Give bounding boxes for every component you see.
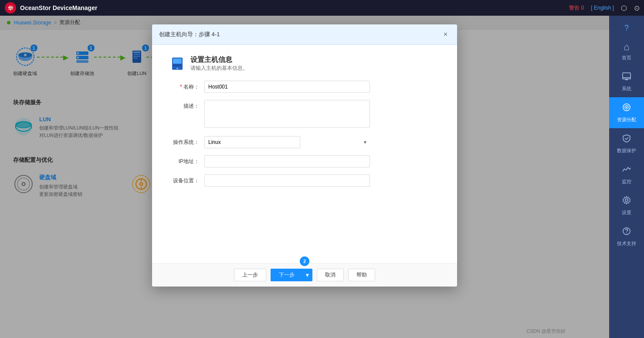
modal-title-area: 创建主机向导：步骤 4-1 [159,31,220,38]
os-control: Linux Windows AIX HP-UX Solaris VMware E… [204,136,370,148]
resources-nav-icon [622,102,631,112]
modal-body: 设置主机信息 请输入主机的基本信息。 名称： [152,45,457,263]
sidebar-item-tech-support[interactable]: 技术支持 [609,221,644,252]
svg-text:华: 华 [7,5,14,11]
modal-footer: 2 上一步 下一步 ▼ 取消 帮助 [152,263,457,287]
name-label: 名称： [169,81,204,91]
os-select-wrap: Linux Windows AIX HP-UX Solaris VMware E… [204,136,370,148]
tech-support-label: 技术支持 [617,240,636,247]
tech-support-nav-icon [622,226,631,236]
prev-step-button[interactable]: 上一步 [234,269,266,281]
user-icon[interactable]: ⊙ [634,4,640,12]
system-nav-icon [622,72,631,81]
data-protection-nav-icon [622,133,631,143]
next-step-wrap: 下一步 ▼ [271,269,313,281]
sidebar-item-resources[interactable]: 资源分配 [609,97,644,128]
export-icon[interactable]: ⬡ [621,4,627,12]
alert-badge[interactable]: 警告 0 [569,4,584,12]
name-input[interactable] [204,81,370,93]
sidebar-item-home[interactable]: ⌂ 首页 [609,36,644,66]
sidebar-item-data-protection[interactable]: 数据保护 [609,128,644,159]
form-row-os: 操作系统： Linux Windows AIX HP-UX Solaris [169,136,440,148]
settings-label: 设置 [622,209,631,216]
right-sidebar: ? ⌂ 首页 系统 [609,16,644,338]
svg-rect-46 [173,58,182,64]
sidebar-item-settings[interactable]: 设置 [609,190,644,221]
ip-control [204,155,370,167]
desc-textarea[interactable] [204,100,370,128]
os-select-arrow: ▾ [364,139,366,145]
ip-input[interactable] [204,155,370,167]
svg-point-55 [626,107,627,108]
form-row-name: 名称： [169,81,440,93]
modal-overlay: 创建主机向导：步骤 4-1 × [0,16,609,338]
desc-label: 描述： [169,100,204,110]
svg-rect-47 [173,65,182,66]
data-protection-icon [622,133,631,146]
top-bar-right: 警告 0 [ English ] ⬡ ⊙ [569,4,640,12]
location-control [204,174,370,187]
location-input[interactable] [204,174,370,187]
name-control [204,81,370,93]
system-icon [622,72,631,84]
location-label: 设备位置： [169,174,204,184]
desc-control [204,100,370,129]
cancel-button[interactable]: 取消 [317,269,344,281]
resources-label: 资源分配 [617,116,636,123]
svg-point-58 [626,232,627,233]
modal-close-button[interactable]: × [441,30,450,39]
form-row-location: 设备位置： [169,174,440,187]
next-more-button[interactable]: ▼ [302,269,313,281]
footer-badge: 2 [300,256,309,266]
ip-label: IP地址： [169,155,204,165]
monitor-nav-icon [622,164,631,174]
top-bar: 华 OceanStor DeviceManager 警告 0 [ English… [0,0,644,16]
settings-icon [622,195,631,208]
sidebar-item-monitor[interactable]: 监控 [609,159,644,190]
svg-point-56 [625,199,628,201]
home-icon: ⌂ [624,41,629,53]
create-host-wizard-modal: 创建主机向导：步骤 4-1 × [152,24,457,287]
system-label: 系统 [622,85,631,92]
monitor-icon [622,164,631,177]
content-area: Huawei.Storage > 资源分配 [0,16,609,338]
data-protection-label: 数据保护 [617,147,636,154]
modal-section-title: 设置主机信息 [190,55,248,65]
svg-rect-49 [623,73,630,79]
help-button[interactable]: 帮助 [348,269,375,281]
modal-title: 创建主机向导：步骤 4-1 [159,31,220,38]
huawei-logo-icon: 华 [4,2,17,14]
monitor-label: 监控 [622,178,631,185]
settings-nav-icon [622,195,631,205]
tech-support-icon [622,226,631,239]
modal-section-titles: 设置主机信息 请输入主机的基本信息。 [190,55,248,72]
os-select[interactable]: Linux Windows AIX HP-UX Solaris VMware E… [204,136,300,148]
language-selector[interactable]: [ English ] [591,5,614,11]
modal-header: 创建主机向导：步骤 4-1 × [152,24,457,45]
svg-point-48 [176,68,178,69]
resources-icon [622,102,631,115]
app-logo: 华 OceanStor DeviceManager [4,2,97,14]
modal-section-header: 设置主机信息 请输入主机的基本信息。 [169,55,440,72]
app-title: OceanStor DeviceManager [20,4,97,11]
help-icon-top[interactable]: ? [621,20,632,36]
host-section-icon [169,56,185,72]
main-layout: Huawei.Storage > 资源分配 [0,16,644,338]
os-label: 操作系统： [169,136,204,146]
next-step-button[interactable]: 下一步 [271,269,302,281]
sidebar-item-system[interactable]: 系统 [609,66,644,97]
modal-section-subtitle: 请输入主机的基本信息。 [190,65,248,72]
form-row-desc: 描述： [169,100,440,129]
home-label: 首页 [622,55,631,61]
form-row-ip: IP地址： [169,155,440,167]
host-info-form: 名称： 描述： [169,81,440,187]
